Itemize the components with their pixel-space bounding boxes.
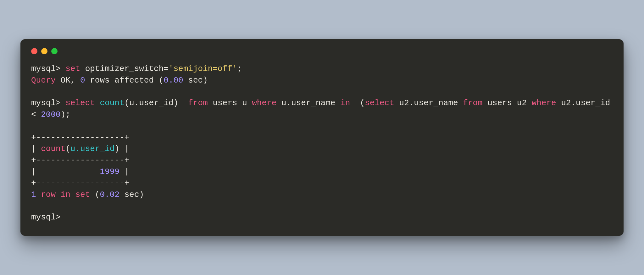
punct-semi: ; [237,64,242,73]
col-u-user-id: u.user_id [129,98,173,108]
table-row-end: | [119,167,129,176]
ident-optimizer-switch: optimizer_switch [85,64,164,73]
kw-select: select [65,98,95,108]
punct-open-paren: ( [90,190,100,199]
status-rows-affected: rows affected ( [85,76,164,85]
kw-select-2: select [365,98,394,108]
num-time-000: 0.00 [164,76,183,85]
status-query: Query [31,76,56,85]
prompt: mysql> [31,213,61,222]
punct-rp-semi: ); [61,110,70,119]
kw-in: in [340,98,350,108]
kw-where: where [252,98,276,108]
string-semijoin-off: 'semijoin=off' [169,64,237,73]
zoom-icon[interactable] [51,48,58,54]
punct-rparen: ) [114,144,119,154]
stage: mysql> set optimizer_switch='semijoin=of… [0,0,644,275]
punct-eq: = [164,64,169,73]
kw-count-label: count [41,144,65,154]
col-u-user-name: u.user_name [276,98,340,108]
status-sec: sec) [183,76,208,85]
result-value: 1999 [100,167,119,176]
table-row-start: | [31,167,100,176]
punct-lparen: ( [360,98,365,108]
status-sec-2: sec) [119,190,144,199]
col-u2-user-id: u2.user_id [556,98,615,108]
punct-rparen: ) [174,98,179,108]
table-row-end: | [119,144,129,154]
status-ok: OK, [56,76,80,85]
table-border: +------------------+ [31,155,129,165]
punct-lparen: ( [124,98,129,108]
prompt: mysql> [31,98,61,108]
minimize-icon[interactable] [41,48,47,54]
table-row-start: | [31,144,41,154]
prompt: mysql> [31,64,61,73]
kw-from-2: from [463,98,482,108]
close-icon[interactable] [31,48,37,54]
num-zero: 0 [80,76,85,85]
punct-lparen: ( [65,144,70,154]
fn-count: count [100,98,124,108]
terminal-output: mysql> set optimizer_switch='semijoin=of… [31,63,613,223]
ident-users-u: users u [208,98,252,108]
kw-where-2: where [532,98,556,108]
col-u-user-id-label: u.user_id [70,144,114,154]
terminal-window: mysql> set optimizer_switch='semijoin=of… [20,39,624,235]
table-border: +------------------+ [31,133,129,142]
num-one: 1 [31,190,36,199]
window-controls [31,48,613,54]
num-2000: 2000 [36,110,61,119]
kw-set: set [65,64,80,73]
num-time-002: 0.02 [100,190,119,199]
table-border: +------------------+ [31,178,129,188]
col-u2-user-name: u2.user_name [394,98,463,108]
status-row-in-set: row in set [36,190,90,199]
kw-from: from [188,98,208,108]
op-lt: < [31,110,36,119]
ident-users-u2: users u2 [483,98,532,108]
